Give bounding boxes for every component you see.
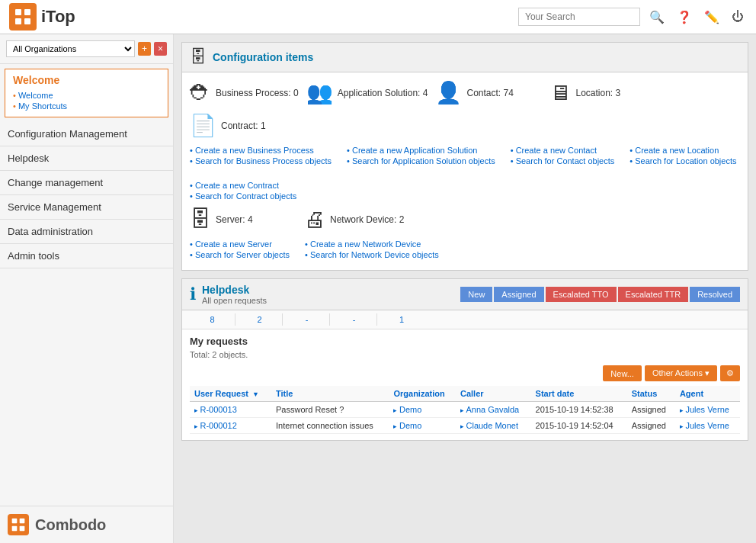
agent-link-2[interactable]: Jules Verne [680, 421, 729, 430]
sidebar-item-data-administration[interactable]: Data administration [0, 220, 173, 244]
ci-item-application-solution: 👥 Application Solution: 4 [306, 80, 428, 105]
config-items-body: ⛑ Business Process: 0 👥 Application Solu… [182, 72, 748, 270]
count-tto[interactable]: - [284, 313, 330, 326]
other-actions-button[interactable]: Other Actions ▾ [645, 365, 717, 381]
welcome-label: Welcome [13, 74, 160, 86]
sidebar-welcome-link[interactable]: Welcome [13, 91, 160, 100]
ci-item-contract: 📄 Contract: 1 [190, 113, 296, 138]
col-status[interactable]: Status [627, 386, 675, 402]
helpdesk-tab-counts: 8 2 - - 1 [182, 310, 748, 329]
search-contact-link[interactable]: Search for Contact objects [511, 156, 615, 165]
ci-item-server: 🗄 Server: 4 [190, 207, 296, 232]
helpdesk-title-block: Helpdesk All open requests [202, 284, 267, 305]
logo-text: iTop [41, 7, 75, 27]
ci-label-contact: Contact: 74 [466, 88, 513, 98]
create-business-process-link[interactable]: Create a new Business Process [190, 146, 332, 155]
ci-icon-contract: 📄 [190, 113, 216, 138]
search-network-device-link[interactable]: Search for Network Device objects [305, 250, 439, 259]
main-content: 🗄 Configuration items ⛑ Business Process… [174, 34, 756, 543]
sort-arrow-user-request: ▼ [252, 390, 259, 398]
create-contact-link[interactable]: Create a new Contact [511, 146, 615, 155]
search-contract-link[interactable]: Search for Contract objects [190, 191, 296, 201]
ci-icon-network-device: 🖨 [304, 207, 325, 232]
ci-row-2: 🗄 Server: 4 🖨 Network Device: 2 [190, 207, 740, 232]
count-new[interactable]: 8 [190, 313, 235, 326]
create-server-link[interactable]: Create a new Server [190, 239, 290, 249]
search-server-link[interactable]: Search for Server objects [190, 250, 290, 259]
combodo-label: Combodo [35, 516, 106, 534]
config-items-header: 🗄 Configuration items [182, 43, 748, 72]
ci-label-network-device: Network Device: 2 [330, 214, 404, 225]
col-title[interactable]: Title [271, 386, 389, 402]
create-application-solution-link[interactable]: Create a new Application Solution [347, 146, 495, 155]
create-network-device-link[interactable]: Create a new Network Device [305, 239, 439, 249]
search-application-solution-link[interactable]: Search for Application Solution objects [347, 156, 495, 165]
table-row: R-000013 Password Reset ? Demo Anna Gava… [190, 402, 740, 418]
svg-rect-6 [12, 526, 18, 532]
org-link-1[interactable]: Demo [393, 405, 421, 414]
caller-link-1[interactable]: Anna Gavalda [460, 405, 519, 414]
tab-resolved[interactable]: Resolved [690, 287, 740, 302]
create-location-link[interactable]: Create a new Location [629, 146, 736, 155]
config-items-card: 🗄 Configuration items ⛑ Business Process… [181, 42, 748, 271]
tab-escalated-ttr[interactable]: Escalated TTR [618, 287, 689, 302]
create-contract-link[interactable]: Create a new Contract [190, 181, 296, 190]
power-button[interactable]: ⏻ [729, 8, 747, 25]
ci-icon-business-process: ⛑ [190, 80, 211, 105]
sidebar-item-service-management[interactable]: Service Management [0, 195, 173, 220]
col-user-request[interactable]: User Request ▼ [190, 386, 271, 402]
col-start-date[interactable]: Start date [531, 386, 627, 402]
col-caller[interactable]: Caller [456, 386, 531, 402]
config-items-title: Configuration items [213, 51, 313, 63]
helpdesk-title-area: ℹ Helpdesk All open requests [190, 284, 267, 305]
count-assigned[interactable]: 2 [237, 313, 283, 326]
cell-title-1: Password Reset ? [271, 402, 389, 418]
request-link-2[interactable]: R-000012 [194, 421, 237, 430]
count-ttr[interactable]: - [332, 313, 377, 326]
tab-new[interactable]: New [460, 287, 492, 302]
sidebar-item-helpdesk[interactable]: Helpdesk [0, 146, 173, 171]
requests-table: User Request ▼ Title Organization Caller… [190, 386, 740, 434]
tab-escalated-tto[interactable]: Escalated TTO [546, 287, 617, 302]
tab-assigned[interactable]: Assigned [494, 287, 543, 302]
sidebar-item-admin-tools[interactable]: Admin tools [0, 244, 173, 268]
ci-label-location: Location: 3 [575, 88, 620, 98]
ci-links-row1: Create a new Business Process Search for… [190, 146, 740, 201]
settings-button[interactable]: ⚙ [720, 365, 740, 381]
org-select-dropdown[interactable]: All Organizations [6, 40, 135, 57]
logo-icon [9, 3, 37, 31]
my-requests-title: My requests [190, 336, 740, 347]
ci-icon-contact: 👤 [435, 80, 462, 105]
cell-request-id-2: R-000012 [190, 418, 271, 434]
search-location-link[interactable]: Search for Location objects [629, 156, 736, 165]
my-requests-section: My requests Total: 2 objects. New... Oth… [182, 329, 748, 440]
search-input[interactable] [518, 8, 640, 26]
ci-item-network-device: 🖨 Network Device: 2 [304, 207, 411, 232]
col-organization[interactable]: Organization [389, 386, 456, 402]
helpdesk-card: ℹ Helpdesk All open requests New Assigne… [181, 278, 748, 441]
logo-area: iTop [9, 3, 75, 31]
new-request-button[interactable]: New... [603, 365, 642, 381]
search-business-process-link[interactable]: Search for Business Process objects [190, 156, 332, 165]
svg-rect-0 [15, 9, 21, 15]
org-link-2[interactable]: Demo [393, 421, 421, 430]
svg-rect-4 [12, 519, 18, 524]
help-button[interactable]: ❓ [674, 8, 695, 26]
sidebar-shortcuts-link[interactable]: My Shortcuts [13, 101, 160, 111]
cell-caller-1: Anna Gavalda [456, 402, 531, 418]
col-agent[interactable]: Agent [675, 386, 740, 402]
edit-button[interactable]: ✏️ [701, 8, 722, 26]
helpdesk-header: ℹ Helpdesk All open requests New Assigne… [182, 279, 748, 310]
agent-link-1[interactable]: Jules Verne [680, 405, 729, 414]
org-delete-button[interactable]: × [154, 42, 167, 56]
request-link-1[interactable]: R-000013 [194, 405, 237, 414]
helpdesk-subtitle: All open requests [202, 296, 267, 305]
search-button[interactable]: 🔍 [646, 8, 668, 26]
svg-rect-1 [24, 9, 30, 15]
caller-link-2[interactable]: Claude Monet [460, 421, 518, 430]
my-requests-total: Total: 2 objects. [190, 350, 740, 359]
sidebar-item-change-management[interactable]: Change management [0, 171, 173, 195]
org-add-button[interactable]: + [138, 42, 151, 56]
sidebar-item-configuration-management[interactable]: Configuration Management [0, 122, 173, 146]
count-resolved[interactable]: 1 [379, 313, 424, 326]
